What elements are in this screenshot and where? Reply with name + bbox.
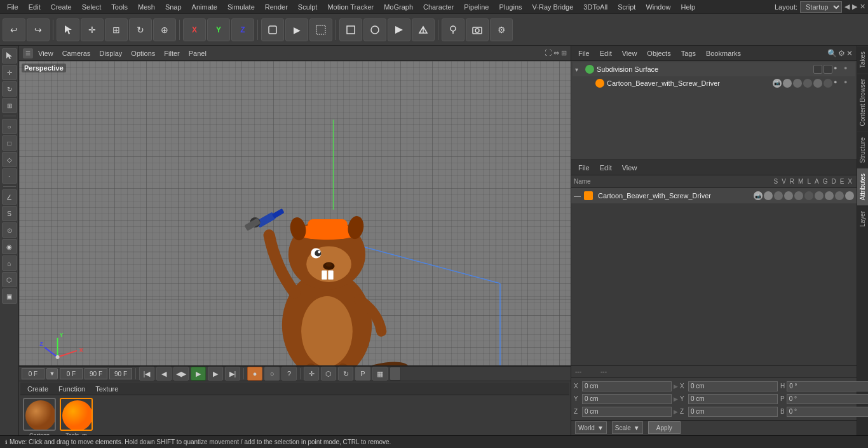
obj-settings-icon[interactable]: ⚙ <box>838 49 845 58</box>
autokey-btn[interactable]: ○ <box>264 367 280 381</box>
menu-motion-tracker[interactable]: Motion Tracker <box>323 2 378 12</box>
apply-button[interactable]: Apply <box>648 421 681 434</box>
vp-menu-panel[interactable]: Panel <box>185 48 210 58</box>
menu-pipeline[interactable]: Pipeline <box>459 2 493 12</box>
attr-icon-1[interactable] <box>774 191 783 200</box>
material-cartoon[interactable]: Cartoon <box>23 398 56 438</box>
lt-tool1[interactable]: ∠ <box>2 189 17 205</box>
object-row-beaver[interactable]: Cartoon_Beaver_with_Screw_Driver 📷 ● ● <box>583 76 855 90</box>
y-size-input[interactable] <box>688 394 778 404</box>
obj-cam-tag[interactable]: 📷 <box>773 79 782 88</box>
lt-rotate-btn[interactable]: ↻ <box>2 81 17 97</box>
menu-help[interactable]: Help <box>677 2 700 12</box>
vp-menu-cameras[interactable]: Cameras <box>58 48 95 58</box>
menu-vray[interactable]: V-Ray Bridge <box>528 2 578 12</box>
render-icon[interactable]: ● <box>844 65 853 74</box>
attr-icon-6[interactable] <box>825 191 834 200</box>
timeline-mode-btn[interactable]: ↻ <box>338 367 353 381</box>
b-rot-input[interactable] <box>787 407 868 417</box>
vtab-layer[interactable]: Layer <box>857 205 868 232</box>
obj-menu-edit[interactable]: Edit <box>597 48 615 58</box>
vp-menu-display[interactable]: Display <box>95 48 126 58</box>
render-icon-2[interactable]: ● <box>844 79 853 88</box>
lt-select-btn[interactable] <box>2 48 17 64</box>
camera-btn[interactable] <box>466 18 489 41</box>
lt-mode-pt[interactable]: · <box>2 168 17 184</box>
play-btn[interactable]: ▶ <box>285 18 308 41</box>
menu-create[interactable]: Create <box>46 2 76 12</box>
h-rot-input[interactable] <box>787 381 868 391</box>
top-view-btn[interactable] <box>363 18 386 41</box>
attr-icon-7[interactable] <box>835 191 844 200</box>
obj-tag-6[interactable] <box>824 79 832 88</box>
menu-edit[interactable]: Edit <box>24 2 45 12</box>
lt-scale-btn[interactable]: ⊞ <box>2 98 17 113</box>
undo-button[interactable]: ↩ <box>3 18 25 41</box>
menu-character[interactable]: Character <box>419 2 458 12</box>
obj-menu-view[interactable]: View <box>619 48 641 58</box>
play-btn[interactable]: ▶ <box>191 367 206 381</box>
mat-menu-function[interactable]: Function <box>55 384 88 394</box>
visibility-icon[interactable]: ● <box>834 65 843 74</box>
mat-menu-create[interactable]: Create <box>24 384 51 394</box>
visibility-icon-2[interactable]: ● <box>834 79 843 88</box>
persp-view-btn[interactable] <box>412 18 435 41</box>
attr-icon-mat[interactable] <box>764 191 773 200</box>
y-pos-input[interactable] <box>582 394 672 404</box>
expand-icon[interactable]: ▾ <box>575 66 583 73</box>
lt-tool2[interactable]: S <box>2 206 17 221</box>
obj-menu-objects[interactable]: Objects <box>644 48 674 58</box>
render-region-btn[interactable] <box>309 18 332 41</box>
object-mode-btn[interactable] <box>261 18 284 41</box>
material-tools[interactable]: Tools_m <box>60 398 93 438</box>
current-frame-input[interactable] <box>60 368 83 379</box>
viewport-menu-icon[interactable]: ☰ <box>23 48 33 58</box>
y-arrow-right[interactable]: ▶ <box>674 396 678 402</box>
redo-button[interactable]: ↪ <box>27 18 50 41</box>
menu-3dtoall[interactable]: 3DToAll <box>579 2 612 12</box>
lt-tool6[interactable]: ⬡ <box>2 272 17 287</box>
rotate-tool[interactable]: ↻ <box>129 18 152 41</box>
go-end-btn[interactable]: ▶| <box>225 367 240 381</box>
start-frame-input[interactable]: 0 F <box>22 368 44 379</box>
menu-select[interactable]: Select <box>78 2 106 12</box>
nav-forward-icon[interactable]: ▶ <box>852 3 857 11</box>
render-tl-btn[interactable] <box>390 367 401 381</box>
x-pos-input[interactable] <box>582 381 672 391</box>
nav-back-icon[interactable]: ◀ <box>844 3 850 11</box>
attr-icon-cam[interactable]: 📷 <box>754 191 763 200</box>
transform-tool[interactable]: ⊕ <box>153 18 176 41</box>
obj-tag-1[interactable] <box>813 65 822 74</box>
z-arrow-right[interactable]: ▶ <box>674 409 678 415</box>
menu-sculpt[interactable]: Sculpt <box>294 2 322 12</box>
vtab-content-browser[interactable]: Content Browser <box>857 73 868 131</box>
obj-search-icon[interactable]: 🔍 <box>827 49 837 58</box>
obj-tag-5[interactable] <box>813 79 822 88</box>
vp-menu-options[interactable]: Options <box>127 48 159 58</box>
vp-expand-icon[interactable]: ⛶ <box>545 49 552 57</box>
z-axis-btn[interactable]: Z <box>231 18 254 41</box>
attr-data-row[interactable]: — Cartoon_Beaver_with_Screw_Driver 📷 <box>571 188 857 203</box>
obj-mat-tag[interactable] <box>783 79 792 88</box>
obj-name-beaver[interactable]: Cartoon_Beaver_with_Screw_Driver <box>607 79 770 87</box>
menu-snap[interactable]: Snap <box>161 2 186 12</box>
layout-dropdown[interactable]: Startup <box>800 1 842 13</box>
vtab-takes[interactable]: Takes <box>857 46 868 73</box>
obj-tag-2[interactable] <box>824 65 832 74</box>
power-btn[interactable]: P <box>355 367 370 381</box>
vp-menu-view[interactable]: View <box>34 48 57 58</box>
menu-animate[interactable]: Animate <box>187 2 222 12</box>
scale-tool[interactable]: ⊞ <box>105 18 128 41</box>
settings-btn[interactable]: ⚙ <box>490 18 513 41</box>
z-pos-input[interactable] <box>582 407 672 417</box>
vtab-attributes[interactable]: Attributes <box>857 168 868 205</box>
mat-menu-texture[interactable]: Texture <box>92 384 121 394</box>
lt-mode-obj[interactable]: ○ <box>2 119 17 134</box>
lt-tool7[interactable]: ▣ <box>2 288 17 304</box>
attr-menu-edit[interactable]: Edit <box>597 163 615 173</box>
obj-menu-bookmarks[interactable]: Bookmarks <box>703 48 744 58</box>
close-icon[interactable]: ✕ <box>860 3 865 11</box>
x-size-input[interactable] <box>688 381 778 391</box>
vp-menu-filter[interactable]: Filter <box>160 48 183 58</box>
lt-tool5[interactable]: ⌂ <box>2 255 17 271</box>
